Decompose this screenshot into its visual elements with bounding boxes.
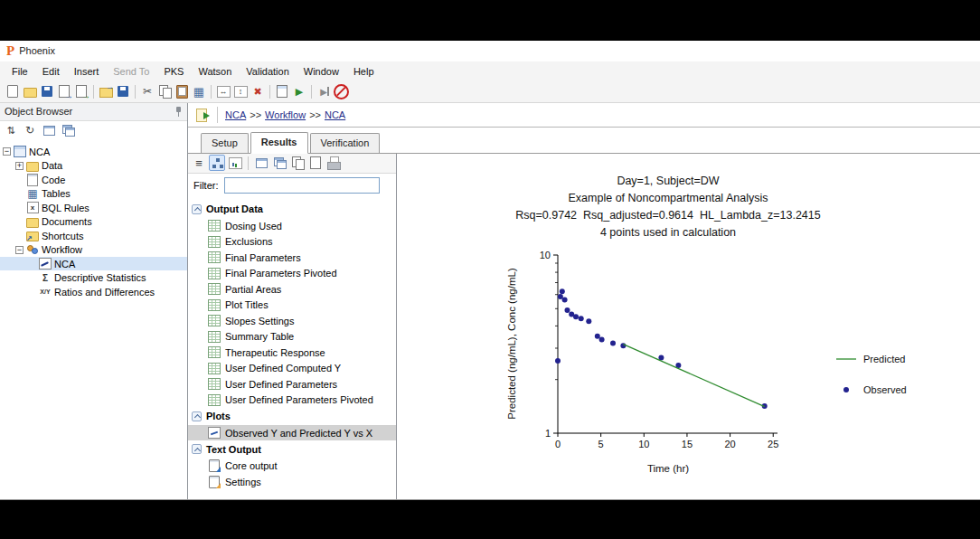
new-icon[interactable] (5, 83, 21, 99)
copy-page-icon[interactable] (289, 155, 306, 171)
toolbar-separator (93, 85, 94, 99)
collapse-icon[interactable] (192, 204, 202, 214)
results-item-dosing-used[interactable]: Dosing Used (188, 218, 396, 234)
menu-item-insert[interactable]: Insert (67, 63, 107, 80)
results-item-label: Settings (225, 477, 261, 487)
import-icon[interactable] (56, 83, 72, 99)
tree-item-data[interactable]: +Data (0, 158, 187, 173)
results-item-slopes-settings[interactable]: Slopes Settings (188, 313, 396, 329)
collapse-icon[interactable] (192, 411, 202, 421)
breadcrumb: NCA>>Workflow>>NCA (225, 109, 345, 120)
screen: P Phoenix FileEditInsertSend ToPKSWatson… (0, 0, 980, 539)
pin-icon[interactable] (174, 106, 183, 118)
tree-item-tables[interactable]: Tables (0, 186, 187, 201)
open-project-icon[interactable] (98, 83, 114, 99)
tree-item-code[interactable]: Code (0, 173, 187, 187)
save-project-icon[interactable] (115, 83, 131, 99)
expand-toggle[interactable]: − (15, 246, 24, 254)
breadcrumb-link-1-workflow[interactable]: Workflow (265, 109, 306, 120)
expand-toggle[interactable]: − (3, 147, 11, 156)
table-icon[interactable] (191, 83, 207, 99)
fit-page-icon[interactable] (232, 83, 249, 99)
collapse-icon[interactable] (192, 444, 202, 454)
menu-item-edit[interactable]: Edit (35, 63, 67, 80)
results-item-user-defined-computed-y[interactable]: User Defined Computed Y (188, 360, 396, 376)
tree-item-documents[interactable]: Documents (0, 214, 187, 229)
menu-item-validation[interactable]: Validation (239, 63, 297, 80)
windows-icon[interactable] (271, 155, 287, 171)
save-icon[interactable] (39, 83, 55, 99)
breadcrumb-link-0-nca[interactable]: NCA (225, 109, 246, 120)
results-item-plot-titles[interactable]: Plot Titles (188, 297, 396, 313)
chart-view-icon[interactable] (227, 155, 243, 171)
settings-doc-icon (208, 477, 221, 487)
results-item-summary-table[interactable]: Summary Table (188, 328, 396, 345)
paste-icon[interactable] (174, 83, 190, 99)
tree-item-nca[interactable]: NCA (0, 257, 187, 271)
tree-view-icon[interactable] (209, 155, 225, 171)
results-item-final-parameters[interactable]: Final Parameters (188, 250, 396, 266)
svg-text:1: 1 (545, 428, 551, 439)
tree-item-shortcuts[interactable]: Shortcuts (0, 229, 187, 243)
sort-icon[interactable] (3, 122, 19, 138)
navigate-icon[interactable] (195, 108, 210, 122)
menu-item-file[interactable]: File (5, 63, 35, 80)
results-item-user-defined-parameters[interactable]: User Defined Parameters (188, 376, 396, 392)
copy-icon[interactable] (156, 83, 173, 99)
tab-verification[interactable]: Verification (310, 133, 381, 153)
results-item-label: Observed Y and Predicted Y vs X (225, 428, 372, 439)
tree-item-label: Documents (42, 216, 92, 227)
results-item-exclusions[interactable]: Exclusions (188, 233, 396, 250)
results-item-final-parameters-pivoted[interactable]: Final Parameters Pivoted (188, 265, 396, 281)
tab-setup[interactable]: Setup (201, 133, 249, 153)
open-icon[interactable] (22, 83, 38, 99)
export-icon[interactable] (73, 83, 90, 99)
results-item-partial-areas[interactable]: Partial Areas (188, 281, 396, 298)
toolbar-separator (269, 85, 270, 99)
menu-item-send-to[interactable]: Send To (106, 63, 156, 80)
filter-input[interactable] (224, 177, 380, 194)
run-icon[interactable] (291, 83, 307, 99)
results-item-user-defined-parameters-pivoted[interactable]: User Defined Parameters Pivoted (188, 392, 396, 408)
tab-results[interactable]: Results (250, 132, 308, 154)
expand-toggle[interactable]: + (15, 162, 24, 170)
breadcrumb-divider (217, 107, 218, 123)
svg-text:4 points used in calculation: 4 points used in calculation (600, 226, 736, 239)
windows-icon[interactable] (60, 122, 76, 138)
stop-icon[interactable] (333, 83, 349, 99)
results-item-settings[interactable]: Settings (188, 474, 396, 490)
cut-icon[interactable] (139, 83, 155, 99)
tree-item-label: Workflow (42, 244, 82, 255)
delete-icon[interactable] (250, 83, 266, 99)
window-icon[interactable] (41, 122, 57, 138)
tree-item-bql-rules[interactable]: BQL Rules (0, 201, 187, 215)
fit-width-icon[interactable] (215, 83, 231, 99)
nca-icon (39, 259, 52, 270)
window-icon[interactable] (253, 155, 269, 171)
tree-item-ratios-and-differences[interactable]: Ratios and Differences (0, 285, 187, 299)
notebook-icon[interactable] (274, 83, 290, 99)
results-section-plots[interactable]: Plots (188, 408, 396, 425)
list-view-icon[interactable] (191, 155, 207, 171)
results-item-observed-y-and-predicted-y-vs-x[interactable]: Observed Y and Predicted Y vs X (188, 425, 396, 441)
svg-text:Observed: Observed (863, 384, 907, 395)
menu-item-watson[interactable]: Watson (191, 63, 239, 80)
breadcrumb-link-2-nca[interactable]: NCA (325, 109, 345, 120)
menu-item-help[interactable]: Help (346, 63, 382, 80)
workflow-icon (26, 244, 39, 255)
tree-item-nca[interactable]: −NCA (0, 145, 187, 159)
export-page-icon[interactable] (307, 155, 324, 171)
svg-text:Time (hr): Time (hr) (647, 463, 689, 474)
step-icon[interactable] (316, 83, 332, 99)
results-section-output-data[interactable]: Output Data (188, 201, 396, 218)
menu-item-window[interactable]: Window (297, 63, 346, 80)
results-item-label: User Defined Parameters Pivoted (225, 394, 373, 405)
results-item-core-output[interactable]: Core output (188, 458, 396, 474)
tree-item-workflow[interactable]: −Workflow (0, 242, 187, 257)
menu-item-pks[interactable]: PKS (156, 63, 191, 80)
print-icon[interactable] (325, 155, 342, 171)
tree-item-descriptive-statistics[interactable]: Descriptive Statistics (0, 270, 187, 285)
results-section-text-output[interactable]: Text Output (188, 440, 396, 458)
refresh-icon[interactable] (22, 122, 38, 138)
results-item-therapeutic-response[interactable]: Therapeutic Response (188, 345, 396, 361)
